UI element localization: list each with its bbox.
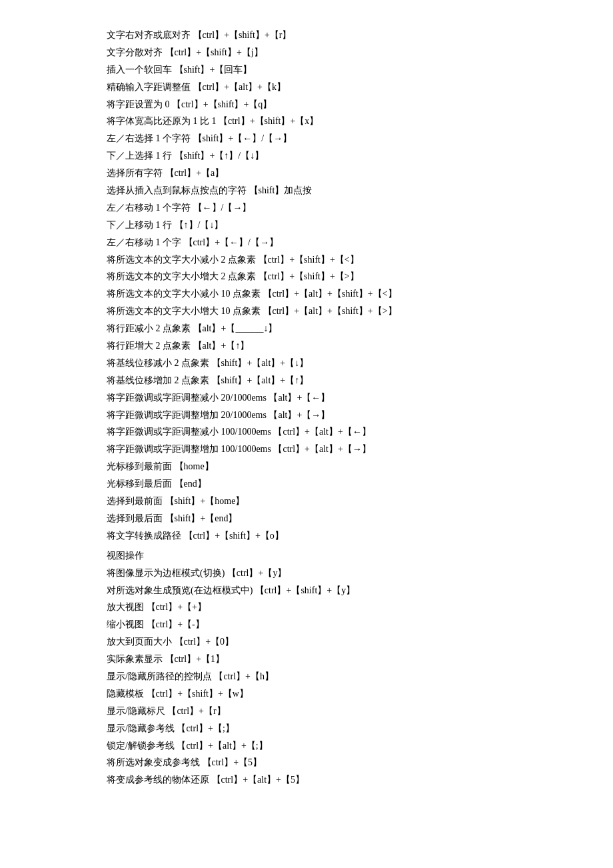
shortcut-line-13: 将所选文本的文字大小减小 2 点象素 【ctrl】+【shift】+【<】 — [107, 251, 506, 269]
shortcut-line-17: 将行距减小 2 点象素 【alt】+【______↓】 — [107, 320, 506, 337]
shortcut-line-10: 左／右移动 1 个字符 【←】/【→】 — [107, 199, 506, 217]
shortcut-line-23: 将字距微调或字距调整减小 100/1000ems 【ctrl】+【alt】+【←… — [107, 423, 506, 441]
shortcut-line-36: 实际象素显示 【ctrl】+【1】 — [107, 651, 506, 668]
shortcut-line-20: 将基线位移增加 2 点象素 【shift】+【alt】+【↑】 — [107, 372, 506, 389]
shortcut-line-7: 下／上选择 1 行 【shift】+【↑】/【↓】 — [107, 147, 506, 165]
shortcut-line-18: 将行距增大 2 点象素 【alt】+【↑】 — [107, 337, 506, 355]
shortcut-line-21: 将字距微调或字距调整减小 20/1000ems 【alt】+【←】 — [107, 389, 506, 407]
shortcut-line-40: 显示/隐藏参考线 【ctrl】+【;】 — [107, 720, 506, 737]
shortcut-line-28: 选择到最后面 【shift】+【end】 — [107, 510, 506, 527]
shortcut-line-0: 文字右对齐或底对齐 【ctrl】+【shift】+【r】 — [107, 27, 506, 44]
shortcut-line-1: 文字分散对齐 【ctrl】+【shift】+【j】 — [107, 44, 506, 61]
shortcut-line-24: 将字距微调或字距调整增加 100/1000ems 【ctrl】+【alt】+【→… — [107, 441, 506, 458]
shortcut-line-25: 光标移到最前面 【home】 — [107, 458, 506, 475]
shortcut-line-26: 光标移到最后面 【end】 — [107, 475, 506, 493]
shortcut-line-11: 下／上移动 1 行 【↑】/【↓】 — [107, 217, 506, 234]
shortcut-line-37: 显示/隐藏所路径的控制点 【ctrl】+【h】 — [107, 668, 506, 685]
shortcut-line-9: 选择从插入点到鼠标点按点的字符 【shift】加点按 — [107, 182, 506, 199]
shortcut-line-22: 将字距微调或字距调整增加 20/1000ems 【alt】+【→】 — [107, 407, 506, 424]
shortcut-line-8: 选择所有字符 【ctrl】+【a】 — [107, 165, 506, 182]
shortcut-line-41: 锁定/解锁参考线 【ctrl】+【alt】+【;】 — [107, 737, 506, 755]
shortcut-line-12: 左／右移动 1 个字 【ctrl】+【←】/【→】 — [107, 234, 506, 251]
shortcut-line-31: 将图像显示为边框模式(切换) 【ctrl】+【y】 — [107, 565, 506, 582]
shortcut-line-14: 将所选文本的文字大小增大 2 点象素 【ctrl】+【shift】+【>】 — [107, 268, 506, 285]
shortcut-line-4: 将字距设置为 0 【ctrl】+【shift】+【q】 — [107, 96, 506, 113]
shortcut-line-3: 精确输入字距调整值 【ctrl】+【alt】+【k】 — [107, 79, 506, 96]
shortcut-line-5: 将字体宽高比还原为 1 比 1 【ctrl】+【shift】+【x】 — [107, 113, 506, 130]
shortcut-line-32: 对所选对象生成预览(在边框模式中) 【ctrl】+【shift】+【y】 — [107, 582, 506, 599]
shortcut-line-38: 隐藏模板 【ctrl】+【shift】+【w】 — [107, 685, 506, 703]
shortcut-line-2: 插入一个软回车 【shift】+【回车】 — [107, 61, 506, 79]
shortcut-line-6: 左／右选择 1 个字符 【shift】+【←】/【→】 — [107, 130, 506, 147]
shortcut-line-29: 将文字转换成路径 【ctrl】+【shift】+【o】 — [107, 527, 506, 545]
shortcut-line-15: 将所选文本的文字大小减小 10 点象素 【ctrl】+【alt】+【shift】… — [107, 285, 506, 303]
shortcut-line-42: 将所选对象变成参考线 【ctrl】+【5】 — [107, 754, 506, 771]
shortcut-line-27: 选择到最前面 【shift】+【home】 — [107, 493, 506, 510]
shortcut-line-30: 视图操作 — [107, 547, 506, 565]
shortcut-list: 文字右对齐或底对齐 【ctrl】+【shift】+【r】文字分散对齐 【ctrl… — [107, 27, 506, 789]
shortcut-line-16: 将所选文本的文字大小增大 10 点象素 【ctrl】+【alt】+【shift】… — [107, 303, 506, 320]
shortcut-line-35: 放大到页面大小 【ctrl】+【0】 — [107, 633, 506, 651]
shortcut-line-39: 显示/隐藏标尺 【ctrl】+【r】 — [107, 703, 506, 720]
shortcut-line-34: 缩小视图 【ctrl】+【-】 — [107, 616, 506, 633]
shortcut-line-43: 将变成参考线的物体还原 【ctrl】+【alt】+【5】 — [107, 771, 506, 789]
shortcut-line-33: 放大视图 【ctrl】+【+】 — [107, 599, 506, 616]
shortcut-line-19: 将基线位移减小 2 点象素 【shift】+【alt】+【↓】 — [107, 355, 506, 372]
